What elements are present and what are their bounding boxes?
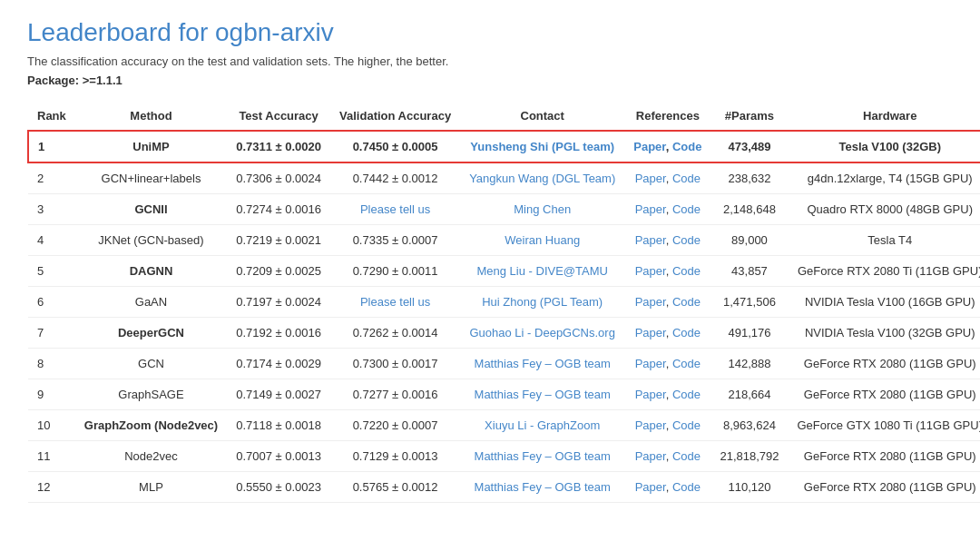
cell-test-accuracy: 0.7149 ± 0.0027 [227, 379, 330, 410]
cell-test-accuracy: 0.7306 ± 0.0024 [227, 162, 330, 194]
cell-rank: 6 [28, 287, 75, 318]
cell-validation-accuracy: 0.5765 ± 0.0012 [330, 472, 460, 503]
cell-method: UniMP [75, 131, 227, 162]
cell-hardware: Tesla V100 (32GB) [789, 131, 981, 162]
cell-params: 238,632 [710, 162, 788, 194]
reference-link[interactable]: Paper [635, 172, 666, 185]
reference-link[interactable]: Paper [635, 418, 666, 432]
cell-test-accuracy: 0.7197 ± 0.0024 [227, 287, 330, 318]
contact-link[interactable]: Yunsheng Shi (PGL team) [470, 140, 614, 153]
cell-method: GraphZoom (Node2vec) [75, 410, 227, 441]
reference-link[interactable]: Paper [635, 264, 666, 278]
package-info: Package: >=1.1.1 [27, 74, 953, 87]
cell-hardware: GeForce RTX 2080 (11GB GPU) [789, 472, 981, 503]
cell-contact: Yangkun Wang (DGL Team) [460, 162, 624, 194]
cell-method: GaAN [75, 287, 227, 318]
cell-references: Paper, Code [624, 225, 710, 256]
reference-link[interactable]: Code [672, 480, 701, 494]
cell-validation-accuracy: 0.7450 ± 0.0005 [330, 131, 460, 162]
cell-references: Paper, Code [624, 349, 710, 379]
cell-hardware: GeForce GTX 1080 Ti (11GB GPU) [789, 410, 981, 441]
cell-contact: Weiran Huang [460, 225, 624, 256]
cell-method: Node2vec [75, 441, 227, 472]
contact-link[interactable]: Weiran Huang [505, 233, 580, 247]
reference-link[interactable]: Code [672, 233, 701, 247]
cell-references: Paper, Code [624, 194, 710, 225]
contact-link[interactable]: Matthias Fey – OGB team [475, 388, 611, 401]
reference-link[interactable]: Paper [635, 480, 666, 494]
col-test-accuracy: Test Accuracy [227, 102, 330, 131]
reference-link[interactable]: Code [672, 388, 701, 401]
reference-link[interactable]: Code [672, 172, 701, 185]
contact-link[interactable]: Meng Liu - DIVE@TAMU [476, 264, 607, 278]
cell-contact: Matthias Fey – OGB team [460, 441, 624, 472]
cell-references: Paper, Code [624, 162, 710, 194]
reference-link[interactable]: Paper [635, 326, 666, 339]
cell-method: MLP [75, 472, 227, 503]
reference-link[interactable]: Paper [635, 388, 666, 401]
cell-rank: 12 [28, 472, 75, 503]
reference-link[interactable]: Paper [635, 202, 666, 216]
cell-hardware: g4dn.12xlarge, T4 (15GB GPU) [789, 162, 981, 194]
cell-contact: Matthias Fey – OGB team [460, 379, 624, 410]
reference-link[interactable]: Code [672, 449, 701, 463]
cell-hardware: GeForce RTX 2080 (11GB GPU) [789, 349, 981, 379]
cell-test-accuracy: 0.7209 ± 0.0025 [227, 256, 330, 287]
col-validation-accuracy: Validation Accuracy [330, 102, 460, 131]
contact-link[interactable]: Hui Zhong (PGL Team) [482, 295, 603, 309]
reference-link[interactable]: Paper [635, 295, 666, 309]
reference-link[interactable]: Code [672, 418, 701, 432]
reference-link[interactable]: Code [672, 357, 701, 370]
cell-contact: Xiuyu Li - GraphZoom [460, 410, 624, 441]
cell-test-accuracy: 0.7311 ± 0.0020 [227, 131, 330, 162]
col-contact: Contact [460, 102, 624, 131]
reference-link[interactable]: Code [672, 264, 701, 278]
reference-link[interactable]: Paper [635, 357, 666, 370]
col-params: #Params [710, 102, 788, 131]
contact-link[interactable]: Matthias Fey – OGB team [475, 480, 611, 494]
cell-hardware: Tesla T4 [789, 225, 981, 256]
contact-link[interactable]: Xiuyu Li - GraphZoom [485, 418, 600, 432]
cell-contact: Hui Zhong (PGL Team) [460, 287, 624, 318]
col-references: References [624, 102, 710, 131]
reference-link[interactable]: Code [672, 326, 701, 339]
table-row: 5DAGNN0.7209 ± 0.00250.7290 ± 0.0011Meng… [28, 256, 980, 287]
col-method: Method [75, 102, 227, 131]
cell-validation-accuracy: Please tell us [330, 194, 460, 225]
reference-link[interactable]: Code [672, 140, 702, 153]
cell-contact: Yunsheng Shi (PGL team) [460, 131, 624, 162]
cell-references: Paper, Code [624, 379, 710, 410]
cell-contact: Ming Chen [460, 194, 624, 225]
reference-link[interactable]: Paper [635, 233, 666, 247]
cell-method: DeeperGCN [75, 318, 227, 349]
table-row: 2GCN+linear+labels0.7306 ± 0.00240.7442 … [28, 162, 980, 194]
contact-link[interactable]: Yangkun Wang (DGL Team) [469, 172, 615, 185]
table-row: 10GraphZoom (Node2vec)0.7118 ± 0.00180.7… [28, 410, 980, 441]
cell-rank: 3 [28, 194, 75, 225]
validation-please-tell-us-link[interactable]: Please tell us [360, 202, 430, 216]
cell-references: Paper, Code [624, 441, 710, 472]
reference-link[interactable]: Code [672, 202, 701, 216]
cell-rank: 7 [28, 318, 75, 349]
cell-validation-accuracy: 0.7129 ± 0.0013 [330, 441, 460, 472]
validation-please-tell-us-link[interactable]: Please tell us [360, 295, 430, 309]
cell-test-accuracy: 0.7274 ± 0.0016 [227, 194, 330, 225]
contact-link[interactable]: Matthias Fey – OGB team [475, 357, 611, 370]
contact-link[interactable]: Ming Chen [514, 202, 571, 216]
cell-test-accuracy: 0.7118 ± 0.0018 [227, 410, 330, 441]
table-row: 12MLP0.5550 ± 0.00230.5765 ± 0.0012Matth… [28, 472, 980, 503]
reference-link[interactable]: Paper [633, 140, 665, 153]
cell-validation-accuracy: 0.7290 ± 0.0011 [330, 256, 460, 287]
cell-rank: 8 [28, 349, 75, 379]
cell-rank: 9 [28, 379, 75, 410]
reference-link[interactable]: Paper [635, 449, 666, 463]
cell-validation-accuracy: Please tell us [330, 287, 460, 318]
contact-link[interactable]: Matthias Fey – OGB team [475, 449, 611, 463]
cell-validation-accuracy: 0.7277 ± 0.0016 [330, 379, 460, 410]
reference-link[interactable]: Code [672, 295, 701, 309]
cell-rank: 10 [28, 410, 75, 441]
table-header-row: Rank Method Test Accuracy Validation Acc… [28, 102, 980, 131]
cell-validation-accuracy: 0.7335 ± 0.0007 [330, 225, 460, 256]
cell-hardware: GeForce RTX 2080 (11GB GPU) [789, 441, 981, 472]
contact-link[interactable]: Guohao Li - DeepGCNs.org [469, 326, 614, 339]
